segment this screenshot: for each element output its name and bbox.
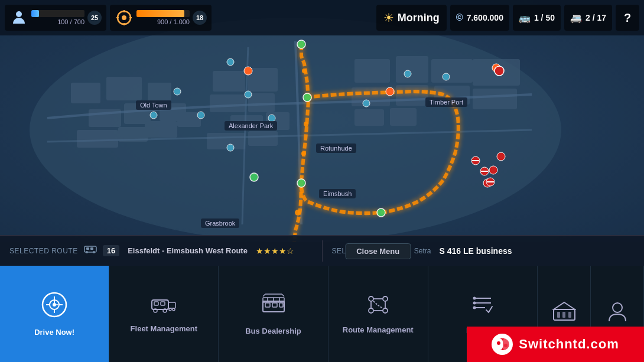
svg-rect-23 [230,115,263,130]
svg-point-53 [197,112,204,119]
svg-point-60 [386,87,394,96]
route-count-value: 2 / 17 [586,13,606,22]
svg-rect-99 [265,303,270,307]
svg-point-114 [473,306,476,309]
time-block: ☀ Morning [376,5,447,31]
svg-point-73 [86,251,88,253]
morale-icon [115,8,134,27]
info-bar: Selected Route 16 Eissfeldt - Eimsbush W… [0,235,644,266]
switchntd-text: Switchntd.com [519,337,619,352]
bank-icon [552,300,576,328]
help-button[interactable]: ? [616,5,639,31]
svg-point-47 [377,208,385,217]
svg-point-51 [150,112,157,119]
bus-count-value: 1 / 50 [534,13,555,22]
close-menu-button[interactable]: Close Menu [345,243,411,259]
svg-rect-13 [77,130,118,148]
bus-icon: 🚌 [519,12,531,24]
svg-rect-31 [396,85,428,106]
coin-icon: © [456,12,463,23]
morale-bar [136,10,190,17]
time-label: Morning [398,12,440,24]
svg-rect-30 [352,87,390,106]
svg-rect-29 [431,59,473,83]
svg-point-2 [122,15,126,20]
svg-point-120 [613,303,622,312]
svg-point-56 [404,70,411,77]
svg-point-54 [268,115,275,122]
morale-block: 900 / 1.000 18 [110,5,212,31]
drive-now-label: Drive Now! [34,328,74,337]
bus-model: S 416 LE business [440,246,512,256]
bus-dealership-icon [261,293,287,322]
bus-dealership-button[interactable]: Bus Dealership [219,266,328,362]
svg-rect-19 [213,71,245,92]
svg-rect-101 [279,303,283,307]
svg-point-105 [369,296,373,301]
svg-rect-88 [161,302,165,305]
morale-bar-fill [136,10,184,17]
svg-rect-17 [145,121,177,138]
passenger-bar-fill [31,10,39,17]
svg-line-102 [263,294,265,296]
svg-rect-100 [272,303,277,307]
svg-point-40 [304,122,308,126]
svg-point-107 [369,308,373,313]
svg-point-41 [301,151,306,156]
passenger-icon [9,8,28,27]
bus-dealership-label: Bus Dealership [245,327,301,335]
svg-point-0 [16,11,22,17]
bus-count-block: 🚌 1 / 50 [513,5,561,31]
drive-now-button[interactable]: Drive Now! [0,266,109,362]
svg-point-65 [495,66,504,76]
svg-rect-21 [210,94,245,112]
svg-point-113 [473,301,476,304]
svg-marker-116 [554,302,575,309]
passenger-bar [31,10,84,17]
svg-point-92 [169,308,171,311]
route-management-container: Close Menu Route Management [328,266,428,362]
route-stars: ★★★★☆ [256,246,294,256]
map-background: Old Town Alexander Park Rotunhude Eimsbu… [0,0,644,242]
switch-logo [492,334,513,355]
switchntd-watermark: Switchntd.com [467,327,644,362]
top-hud: 100 / 700 25 900 / 1.000 18 ☀ Morning [0,0,644,35]
svg-rect-75 [86,247,89,250]
svg-point-124 [497,341,500,345]
svg-point-45 [303,93,311,102]
svg-point-43 [295,210,301,216]
drive-now-icon [41,292,67,323]
svg-point-62 [497,152,505,161]
svg-point-112 [473,296,476,299]
svg-rect-15 [148,83,171,100]
fleet-management-label: Fleet Management [131,324,197,333]
svg-point-58 [363,100,370,107]
passenger-badge: 25 [87,11,102,25]
route-number: 16 [103,245,119,256]
svg-point-52 [245,91,252,98]
svg-rect-10 [106,77,142,100]
route-name: Eissfeldt - Eimsbush West Route [128,246,248,255]
map-area[interactable]: Old Town Alexander Park Rotunhude Eimsbu… [0,0,644,242]
svg-rect-22 [248,93,275,112]
svg-point-50 [174,88,181,95]
svg-point-48 [250,173,258,181]
money-block: © 7.600.000 [450,5,509,31]
svg-point-63 [489,166,497,174]
svg-rect-20 [248,68,278,92]
svg-line-103 [282,294,284,296]
svg-point-44 [297,40,305,48]
morale-badge: 18 [193,11,207,25]
passenger-bar-group: 100 / 700 [31,10,84,25]
selected-route-label: Selected Route [9,247,78,255]
map-svg [0,0,644,242]
svg-rect-12 [124,103,151,124]
svg-point-57 [443,73,450,80]
fleet-management-button[interactable]: Fleet Management [109,266,219,362]
svg-rect-25 [207,133,245,149]
money-value: 7.600.000 [467,13,503,22]
bus-brand: Setra [414,247,431,255]
svg-rect-76 [90,247,93,250]
passenger-bar-label: 100 / 700 [31,18,84,25]
svg-rect-34 [473,89,517,109]
